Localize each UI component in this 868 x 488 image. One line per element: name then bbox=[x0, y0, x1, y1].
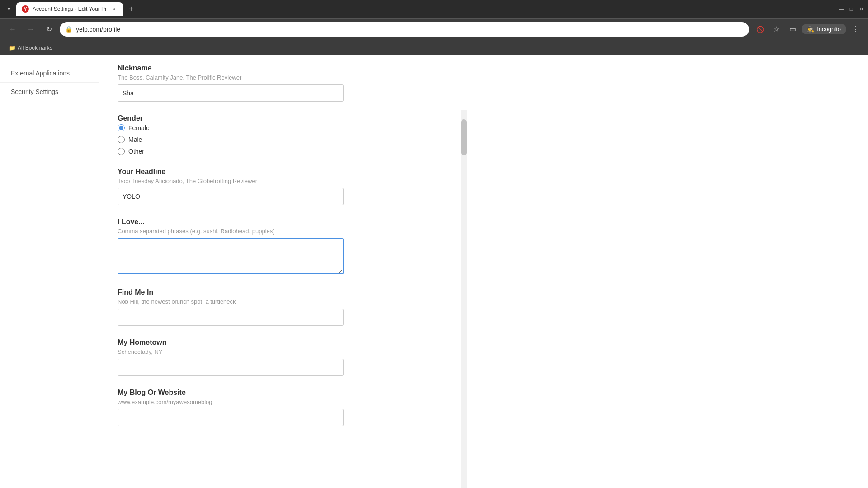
my-hometown-input[interactable] bbox=[118, 359, 344, 376]
main-content: Nickname The Boss, Calamity Jane, The Pr… bbox=[99, 55, 461, 488]
incognito-icon: 🕵 bbox=[807, 26, 814, 33]
nickname-hint: The Boss, Calamity Jane, The Prolific Re… bbox=[118, 74, 443, 81]
gender-female-label: Female bbox=[128, 124, 150, 131]
scrollbar-thumb[interactable] bbox=[461, 119, 467, 155]
page-content: External Applications Security Settings … bbox=[0, 55, 868, 488]
my-hometown-section: My Hometown Schenectady, NY bbox=[118, 338, 443, 376]
lock-icon: 🔒 bbox=[65, 26, 72, 33]
refresh-button[interactable]: ↻ bbox=[42, 22, 56, 37]
minimize-button[interactable]: — bbox=[838, 6, 844, 12]
headline-hint: Taco Tuesday Aficionado, The Globetrotti… bbox=[118, 178, 443, 184]
gender-label: Gender bbox=[118, 114, 443, 122]
find-me-in-label: Find Me In bbox=[118, 288, 443, 296]
bookmarks-bar: 📁 All Bookmarks bbox=[0, 40, 868, 55]
url-text: yelp.com/profile bbox=[76, 26, 744, 33]
my-blog-input[interactable] bbox=[118, 409, 344, 426]
all-bookmarks-item[interactable]: 📁 All Bookmarks bbox=[5, 43, 56, 53]
find-me-in-hint: Nob Hill, the newest brunch spot, a turt… bbox=[118, 298, 443, 305]
gender-male-option[interactable]: Male bbox=[118, 136, 443, 143]
nav-right-controls: 🚫 ☆ ▭ 🕵 Incognito ⋮ bbox=[753, 22, 863, 37]
my-hometown-hint: Schenectady, NY bbox=[118, 348, 443, 355]
gender-radio-group: Female Male Other bbox=[118, 124, 443, 155]
new-tab-button[interactable]: + bbox=[125, 3, 137, 15]
i-love-label: I Love... bbox=[118, 218, 443, 226]
tab-area: ▼ Y Account Settings - Edit Your Pr × + bbox=[4, 2, 836, 16]
eye-off-icon[interactable]: 🚫 bbox=[753, 22, 767, 37]
i-love-hint: Comma separated phrases (e.g. sushi, Rad… bbox=[118, 228, 443, 235]
gender-female-option[interactable]: Female bbox=[118, 124, 443, 131]
more-menu-button[interactable]: ⋮ bbox=[848, 22, 863, 37]
nav-bar: ← → ↻ 🔒 yelp.com/profile 🚫 ☆ ▭ 🕵 Incogni… bbox=[0, 18, 868, 40]
my-blog-section: My Blog Or Website www.example.com/myawe… bbox=[118, 389, 443, 426]
gender-male-label: Male bbox=[128, 136, 142, 143]
gender-other-label: Other bbox=[128, 148, 144, 155]
sidebar-item-security-settings[interactable]: Security Settings bbox=[0, 83, 99, 101]
all-bookmarks-label: All Bookmarks bbox=[18, 45, 52, 51]
sidebar: External Applications Security Settings bbox=[0, 55, 99, 488]
close-button[interactable]: ✕ bbox=[858, 6, 864, 12]
headline-section: Your Headline Taco Tuesday Aficionado, T… bbox=[118, 168, 443, 205]
sidebar-item-external-applications[interactable]: External Applications bbox=[0, 64, 99, 83]
i-love-textarea[interactable] bbox=[118, 238, 344, 274]
gender-section: Gender Female Male Other bbox=[118, 114, 443, 155]
nickname-input[interactable] bbox=[118, 84, 344, 102]
gender-male-radio[interactable] bbox=[118, 136, 125, 143]
nickname-label: Nickname bbox=[118, 64, 443, 72]
my-blog-label: My Blog Or Website bbox=[118, 389, 443, 397]
address-bar[interactable]: 🔒 yelp.com/profile bbox=[60, 22, 749, 37]
my-hometown-label: My Hometown bbox=[118, 338, 443, 347]
gender-other-radio[interactable] bbox=[118, 148, 125, 155]
title-bar: ▼ Y Account Settings - Edit Your Pr × + … bbox=[0, 0, 868, 18]
find-me-in-input[interactable] bbox=[118, 309, 344, 326]
active-tab[interactable]: Y Account Settings - Edit Your Pr × bbox=[16, 2, 123, 16]
find-me-in-section: Find Me In Nob Hill, the newest brunch s… bbox=[118, 288, 443, 326]
bookmark-star-icon[interactable]: ☆ bbox=[769, 22, 783, 37]
window-controls: — □ ✕ bbox=[838, 6, 864, 12]
nickname-section: Nickname The Boss, Calamity Jane, The Pr… bbox=[118, 64, 443, 102]
forward-button[interactable]: → bbox=[24, 22, 38, 37]
gender-other-option[interactable]: Other bbox=[118, 148, 443, 155]
bookmark-folder-icon: 📁 bbox=[9, 45, 16, 51]
my-blog-hint: www.example.com/myawesomeblog bbox=[118, 399, 443, 405]
browser-window: ▼ Y Account Settings - Edit Your Pr × + … bbox=[0, 0, 868, 488]
tab-dropdown-btn[interactable]: ▼ bbox=[4, 4, 14, 14]
incognito-badge: 🕵 Incognito bbox=[802, 24, 846, 34]
headline-label: Your Headline bbox=[118, 168, 443, 176]
headline-input[interactable] bbox=[118, 188, 344, 205]
maximize-button[interactable]: □ bbox=[848, 6, 854, 12]
gender-female-radio[interactable] bbox=[118, 124, 125, 131]
tab-close-button[interactable]: × bbox=[110, 5, 118, 13]
tab-favicon: Y bbox=[22, 5, 29, 13]
i-love-section: I Love... Comma separated phrases (e.g. … bbox=[118, 218, 443, 276]
split-view-icon[interactable]: ▭ bbox=[785, 22, 800, 37]
scrollbar-track[interactable] bbox=[461, 110, 467, 488]
tab-title: Account Settings - Edit Your Pr bbox=[33, 6, 107, 12]
back-button[interactable]: ← bbox=[5, 22, 20, 37]
incognito-label: Incognito bbox=[817, 26, 841, 33]
